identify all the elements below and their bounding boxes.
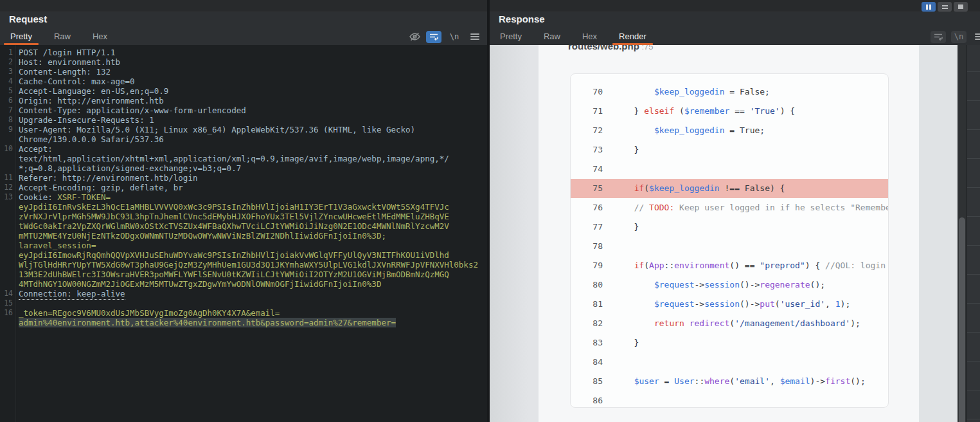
- code-line-76: 76 // TODO: Keep user logged in if he se…: [571, 198, 888, 217]
- request-line-6: 6Origin: http://environment.htb: [0, 96, 487, 106]
- visibility-off-icon[interactable]: [409, 32, 421, 42]
- code-line-78: 78: [571, 237, 888, 256]
- request-line-14: 14Connection: keep-alive: [0, 289, 487, 298]
- request-line-13: 13Cookie: XSRF-TOKEN=: [0, 192, 487, 202]
- response-render-area: routes/web.php :75 70 $keep_loggedin = F…: [490, 45, 967, 422]
- request-line-wrap: WljTGlHdHRrYUpYTW5XdG0wT3phaU9GejQzM3ZyM…: [0, 260, 487, 270]
- request-tabs: PrettyRawHex: [6, 31, 125, 45]
- code-line-83: 83 }: [571, 333, 888, 353]
- word-wrap-icon[interactable]: [426, 31, 441, 43]
- word-wrap-icon[interactable]: [931, 31, 946, 43]
- request-tab-raw[interactable]: Raw: [50, 31, 75, 45]
- code-snippet-card: 70 $keep_loggedin = False;71 } elseif ($…: [570, 73, 889, 408]
- request-line-wrap: 4MTdhNGY1OW00NGZmM2JiOGExMzM5MTUwZTgxZDg…: [0, 279, 487, 289]
- scrollbar-thumb[interactable]: [959, 217, 965, 422]
- code-line-73: 73 }: [571, 140, 888, 160]
- code-line-86: 86: [571, 391, 888, 408]
- request-line-wrap: eyJpdiI6ImowRjRqQmhQQVpXVHJuSEhuWDYvaWc9…: [0, 250, 487, 260]
- layout-rows-button[interactable]: [938, 2, 952, 12]
- request-tab-pretty[interactable]: Pretty: [6, 31, 36, 45]
- request-toolbar: \n: [409, 31, 483, 42]
- code-line-81: 81 $request->session()->put('user_id', 1…: [571, 295, 888, 314]
- code-line-82: 82 return redirect('/management/dashboar…: [571, 314, 888, 333]
- newline-chars-icon[interactable]: \n: [951, 31, 967, 43]
- code-line-80: 80 $request->session()->regenerate();: [571, 275, 888, 295]
- request-line-wrap: 13M3E2dUhBWElrc3I3OWsraHVER3poMWFLYWFlSE…: [0, 270, 487, 279]
- response-panel: routes/web.php :75 70 $keep_loggedin = F…: [490, 0, 980, 422]
- request-menu-icon[interactable]: [467, 31, 483, 43]
- request-panel: Request PrettyRawHex \n: [0, 0, 487, 422]
- response-tab-render[interactable]: Render: [615, 31, 650, 45]
- code-line-79: 79 if(App::environment() == "preprod") {…: [571, 256, 888, 275]
- code-line-77: 77 }: [571, 217, 888, 237]
- request-line-5: 5Accept-Language: en-US,en;q=0.9: [0, 86, 487, 96]
- request-panel-header: Request PrettyRawHex \n: [0, 0, 487, 45]
- request-line-1: 1POST /login HTTP/1.1: [0, 48, 487, 57]
- response-tab-pretty[interactable]: Pretty: [496, 31, 526, 45]
- request-line-wrap: laravel_session=: [0, 241, 487, 250]
- request-line-wrap: text/html,application/xhtml+xml,applicat…: [0, 154, 487, 163]
- code-line-75: 75 if($keep_loggedin !== False) {: [571, 179, 888, 198]
- response-panel-title: Response: [499, 14, 545, 24]
- response-panel-header: Response PrettyRawHexRender \n: [490, 0, 980, 45]
- layout-columns-button[interactable]: [922, 2, 936, 12]
- response-tab-raw[interactable]: Raw: [540, 31, 564, 45]
- request-line-9: 9User-Agent: Mozilla/5.0 (X11; Linux x86…: [0, 125, 487, 134]
- response-toolbar: \n: [925, 31, 980, 42]
- code-line-72: 72 $keep_loggedin = True;: [571, 121, 888, 140]
- request-panel-title: Request: [9, 14, 47, 24]
- request-line-wrap: Chrome/139.0.0.0 Safari/537.36: [0, 134, 487, 144]
- response-tabs: PrettyRawHexRender: [496, 31, 664, 45]
- inspector-collapsed-strip[interactable]: [967, 0, 980, 422]
- request-line-10: 10Accept:: [0, 144, 487, 154]
- request-line-wrap: *;q=0.8,application/signed-exchange;v=b3…: [0, 163, 487, 173]
- request-line-16: 16_token=REgoc9V6MU0xdUsJMbSBVygImoZg0Ag…: [0, 308, 487, 318]
- response-tab-hex[interactable]: Hex: [578, 31, 601, 45]
- code-line-71: 71 } elseif ($remember == 'True') {: [571, 102, 888, 121]
- response-menu-icon[interactable]: [972, 31, 980, 43]
- request-line-wrap: zVrNXJrVlprMGh5MW9JbC93L3hpTnJhemlCVnc5d…: [0, 212, 487, 221]
- request-line-wrap: admin%40environment.htb,attacker%40envir…: [0, 318, 487, 327]
- code-line-84: 84: [571, 353, 888, 372]
- layout-buttons: [922, 2, 968, 12]
- request-line-2: 2Host: environment.htb: [0, 57, 487, 67]
- code-line-74: 74: [571, 160, 888, 179]
- request-tab-hex[interactable]: Hex: [89, 31, 111, 45]
- request-line-wrap: tWdGc0akIra2VpZXQrWGlmRW0xOStXcTVSZUx4WF…: [0, 221, 487, 231]
- request-line-12: 12Accept-Encoding: gzip, deflate, br: [0, 183, 487, 192]
- request-line-7: 7Content-Type: application/x-www-form-ur…: [0, 106, 487, 115]
- request-line-15: 15: [0, 298, 487, 308]
- request-line-3: 3Content-Length: 132: [0, 67, 487, 77]
- layout-single-button[interactable]: [954, 2, 968, 12]
- newline-chars-icon[interactable]: \n: [447, 31, 462, 43]
- request-line-8: 8Upgrade-Insecure-Requests: 1: [0, 115, 487, 125]
- code-line-70: 70 $keep_loggedin = False;: [571, 82, 888, 102]
- request-line-wrap: eyJpdiI6InRvSkEzL3hQcE1aMHBLVVVVQ0xWc3c9…: [0, 202, 487, 212]
- request-line-wrap: mMTU2MWE4YzU0NjEzNTkzODgxOWNmNTUzMDQwOWY…: [0, 231, 487, 241]
- request-line-11: 11Referer: http://environment.htb/login: [0, 173, 487, 183]
- request-line-4: 4Cache-Control: max-age=0: [0, 77, 487, 86]
- response-scrollbar[interactable]: [958, 45, 967, 422]
- request-editor[interactable]: 1POST /login HTTP/1.12Host: environment.…: [0, 45, 487, 422]
- code-line-85: 85 $user = User::where('email', $email)-…: [571, 372, 888, 391]
